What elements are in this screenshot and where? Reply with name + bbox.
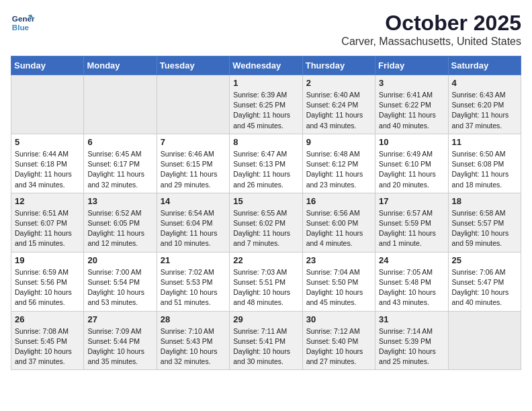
calendar-cell: 13Sunrise: 6:52 AM Sunset: 6:05 PM Dayli…: [84, 193, 157, 252]
calendar-table: SundayMondayTuesdayWednesdayThursdayFrid…: [11, 56, 521, 370]
day-number: 9: [306, 137, 371, 147]
weekday-header: Sunday: [11, 56, 84, 75]
weekday-header: Thursday: [302, 56, 375, 75]
day-number: 18: [452, 196, 517, 206]
weekday-header-row: SundayMondayTuesdayWednesdayThursdayFrid…: [11, 56, 521, 75]
day-info: Sunrise: 7:09 AM Sunset: 5:44 PM Dayligh…: [87, 326, 152, 367]
calendar-week-row: 1Sunrise: 6:39 AM Sunset: 6:25 PM Daylig…: [11, 75, 521, 134]
calendar-cell: 11Sunrise: 6:50 AM Sunset: 6:08 PM Dayli…: [448, 134, 521, 193]
calendar-cell: 19Sunrise: 6:59 AM Sunset: 5:56 PM Dayli…: [11, 252, 84, 311]
day-number: 30: [306, 314, 371, 324]
calendar-week-row: 5Sunrise: 6:44 AM Sunset: 6:18 PM Daylig…: [11, 134, 521, 193]
calendar-cell: 2Sunrise: 6:40 AM Sunset: 6:24 PM Daylig…: [302, 75, 375, 134]
weekday-header: Wednesday: [230, 56, 302, 75]
day-number: 25: [452, 255, 517, 265]
day-number: 3: [379, 78, 444, 88]
calendar-cell: 14Sunrise: 6:54 AM Sunset: 6:04 PM Dayli…: [157, 193, 229, 252]
day-info: Sunrise: 6:56 AM Sunset: 6:00 PM Dayligh…: [306, 208, 371, 249]
day-number: 11: [452, 137, 517, 147]
day-info: Sunrise: 6:59 AM Sunset: 5:56 PM Dayligh…: [15, 267, 80, 308]
calendar-cell: 12Sunrise: 6:51 AM Sunset: 6:07 PM Dayli…: [11, 193, 84, 252]
day-number: 24: [379, 255, 444, 265]
day-number: 12: [15, 196, 80, 206]
weekday-header: Monday: [84, 56, 157, 75]
day-number: 13: [87, 196, 152, 206]
day-number: 8: [233, 137, 298, 147]
day-number: 6: [87, 137, 152, 147]
calendar-cell: 25Sunrise: 7:06 AM Sunset: 5:47 PM Dayli…: [448, 252, 521, 311]
day-info: Sunrise: 7:11 AM Sunset: 5:41 PM Dayligh…: [233, 326, 298, 367]
calendar-cell: 7Sunrise: 6:46 AM Sunset: 6:15 PM Daylig…: [157, 134, 229, 193]
day-info: Sunrise: 7:05 AM Sunset: 5:48 PM Dayligh…: [379, 267, 444, 308]
day-info: Sunrise: 6:47 AM Sunset: 6:13 PM Dayligh…: [233, 149, 298, 190]
day-info: Sunrise: 6:45 AM Sunset: 6:17 PM Dayligh…: [87, 149, 152, 190]
svg-text:Blue: Blue: [12, 23, 30, 32]
calendar-cell: 18Sunrise: 6:58 AM Sunset: 5:57 PM Dayli…: [448, 193, 521, 252]
calendar-cell: 24Sunrise: 7:05 AM Sunset: 5:48 PM Dayli…: [375, 252, 448, 311]
weekday-header: Tuesday: [157, 56, 229, 75]
calendar-cell: 21Sunrise: 7:02 AM Sunset: 5:53 PM Dayli…: [157, 252, 229, 311]
day-info: Sunrise: 6:50 AM Sunset: 6:08 PM Dayligh…: [452, 149, 517, 190]
calendar-cell: 16Sunrise: 6:56 AM Sunset: 6:00 PM Dayli…: [302, 193, 375, 252]
day-number: 1: [233, 78, 298, 88]
day-info: Sunrise: 6:46 AM Sunset: 6:15 PM Dayligh…: [161, 149, 226, 190]
calendar-cell: 29Sunrise: 7:11 AM Sunset: 5:41 PM Dayli…: [230, 311, 302, 370]
calendar-cell: 20Sunrise: 7:00 AM Sunset: 5:54 PM Dayli…: [84, 252, 157, 311]
weekday-header: Friday: [375, 56, 448, 75]
day-info: Sunrise: 7:02 AM Sunset: 5:53 PM Dayligh…: [161, 267, 226, 308]
calendar-cell: 30Sunrise: 7:12 AM Sunset: 5:40 PM Dayli…: [302, 311, 375, 370]
calendar-week-row: 19Sunrise: 6:59 AM Sunset: 5:56 PM Dayli…: [11, 252, 521, 311]
calendar-week-row: 26Sunrise: 7:08 AM Sunset: 5:45 PM Dayli…: [11, 311, 521, 370]
day-info: Sunrise: 6:54 AM Sunset: 6:04 PM Dayligh…: [161, 208, 226, 249]
day-info: Sunrise: 7:04 AM Sunset: 5:50 PM Dayligh…: [306, 267, 371, 308]
day-number: 15: [233, 196, 298, 206]
day-number: 7: [161, 137, 226, 147]
calendar-cell: [157, 75, 229, 134]
calendar-cell: 4Sunrise: 6:43 AM Sunset: 6:20 PM Daylig…: [448, 75, 521, 134]
calendar-cell: 23Sunrise: 7:04 AM Sunset: 5:50 PM Dayli…: [302, 252, 375, 311]
day-info: Sunrise: 6:51 AM Sunset: 6:07 PM Dayligh…: [15, 208, 80, 249]
page-header: General Blue October 2025 Carver, Massac…: [11, 11, 521, 48]
day-info: Sunrise: 6:40 AM Sunset: 6:24 PM Dayligh…: [306, 90, 371, 131]
calendar-cell: [11, 75, 84, 134]
calendar-cell: 5Sunrise: 6:44 AM Sunset: 6:18 PM Daylig…: [11, 134, 84, 193]
calendar-cell: 10Sunrise: 6:49 AM Sunset: 6:10 PM Dayli…: [375, 134, 448, 193]
calendar-cell: 31Sunrise: 7:14 AM Sunset: 5:39 PM Dayli…: [375, 311, 448, 370]
day-info: Sunrise: 6:49 AM Sunset: 6:10 PM Dayligh…: [379, 149, 444, 190]
calendar-cell: [448, 311, 521, 370]
title-block: October 2025 Carver, Massachusetts, Unit…: [341, 11, 521, 48]
day-info: Sunrise: 7:06 AM Sunset: 5:47 PM Dayligh…: [452, 267, 517, 308]
day-number: 21: [161, 255, 226, 265]
logo: General Blue: [11, 11, 35, 35]
day-number: 4: [452, 78, 517, 88]
calendar-cell: 27Sunrise: 7:09 AM Sunset: 5:44 PM Dayli…: [84, 311, 157, 370]
day-info: Sunrise: 6:48 AM Sunset: 6:12 PM Dayligh…: [306, 149, 371, 190]
day-number: 26: [15, 314, 80, 324]
day-info: Sunrise: 6:43 AM Sunset: 6:20 PM Dayligh…: [452, 90, 517, 131]
day-number: 23: [306, 255, 371, 265]
day-info: Sunrise: 6:41 AM Sunset: 6:22 PM Dayligh…: [379, 90, 444, 131]
calendar-week-row: 12Sunrise: 6:51 AM Sunset: 6:07 PM Dayli…: [11, 193, 521, 252]
day-info: Sunrise: 7:10 AM Sunset: 5:43 PM Dayligh…: [161, 326, 226, 367]
day-number: 28: [161, 314, 226, 324]
calendar-cell: 22Sunrise: 7:03 AM Sunset: 5:51 PM Dayli…: [230, 252, 302, 311]
day-number: 16: [306, 196, 371, 206]
month-title: October 2025: [341, 11, 521, 36]
calendar-cell: 28Sunrise: 7:10 AM Sunset: 5:43 PM Dayli…: [157, 311, 229, 370]
day-number: 27: [87, 314, 152, 324]
day-info: Sunrise: 6:58 AM Sunset: 5:57 PM Dayligh…: [452, 208, 517, 249]
calendar-cell: 8Sunrise: 6:47 AM Sunset: 6:13 PM Daylig…: [230, 134, 302, 193]
day-info: Sunrise: 6:55 AM Sunset: 6:02 PM Dayligh…: [233, 208, 298, 249]
day-number: 2: [306, 78, 371, 88]
logo-icon: General Blue: [11, 11, 35, 35]
calendar-cell: 6Sunrise: 6:45 AM Sunset: 6:17 PM Daylig…: [84, 134, 157, 193]
calendar-cell: 17Sunrise: 6:57 AM Sunset: 5:59 PM Dayli…: [375, 193, 448, 252]
calendar-cell: 15Sunrise: 6:55 AM Sunset: 6:02 PM Dayli…: [230, 193, 302, 252]
day-number: 17: [379, 196, 444, 206]
day-info: Sunrise: 6:52 AM Sunset: 6:05 PM Dayligh…: [87, 208, 152, 249]
day-number: 29: [233, 314, 298, 324]
day-info: Sunrise: 7:03 AM Sunset: 5:51 PM Dayligh…: [233, 267, 298, 308]
location-title: Carver, Massachusetts, United States: [341, 36, 521, 48]
day-info: Sunrise: 6:39 AM Sunset: 6:25 PM Dayligh…: [233, 90, 298, 131]
weekday-header: Saturday: [448, 56, 521, 75]
